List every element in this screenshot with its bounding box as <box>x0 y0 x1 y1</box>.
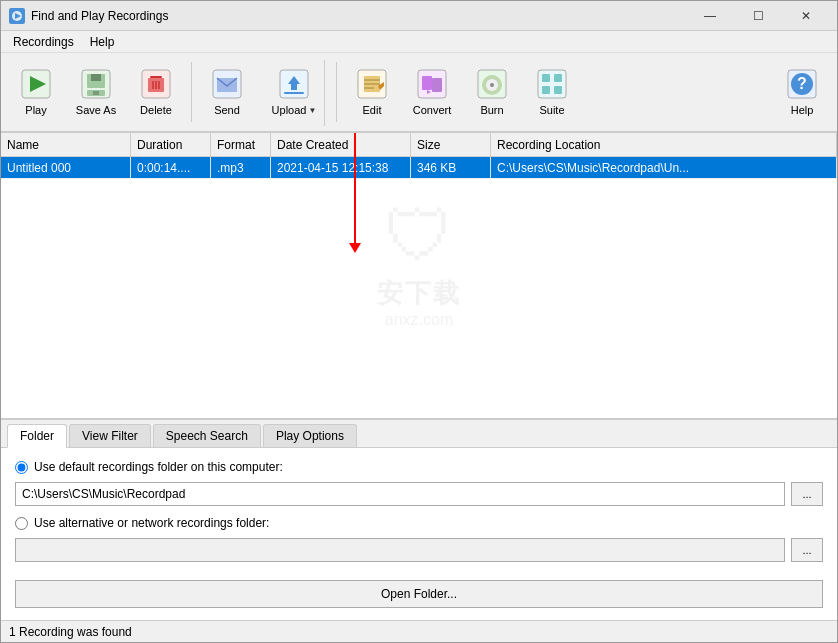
radio-default[interactable] <box>15 461 28 474</box>
menu-recordings[interactable]: Recordings <box>5 31 82 53</box>
alt-folder-row: ... <box>15 538 823 562</box>
default-path-input[interactable] <box>15 482 785 506</box>
app-icon <box>9 8 25 24</box>
svg-rect-37 <box>554 74 562 82</box>
tab-play-options[interactable]: Play Options <box>263 424 357 447</box>
toolbar: Play Save As <box>1 53 837 133</box>
close-button[interactable]: ✕ <box>783 1 829 31</box>
default-folder-row: ... <box>15 482 823 506</box>
convert-label: Convert <box>413 104 452 116</box>
burn-label: Burn <box>480 104 503 116</box>
help-label: Help <box>791 104 814 116</box>
suite-icon <box>536 68 568 100</box>
svg-rect-36 <box>542 74 550 82</box>
col-header-date[interactable]: Date Created <box>271 133 411 156</box>
svg-point-34 <box>490 83 494 87</box>
alt-path-input[interactable] <box>15 538 785 562</box>
upload-sep <box>324 60 325 126</box>
send-icon <box>211 68 243 100</box>
col-header-name[interactable]: Name <box>1 133 131 156</box>
status-text: 1 Recording was found <box>9 625 132 639</box>
open-folder-button[interactable]: Open Folder... <box>15 580 823 608</box>
save-as-button[interactable]: Save As <box>67 57 125 127</box>
cell-format: .mp3 <box>211 157 271 178</box>
edit-button[interactable]: Edit <box>343 57 401 127</box>
convert-icon <box>416 68 448 100</box>
radio-alt[interactable] <box>15 517 28 530</box>
upload-dropdown-arrow[interactable]: ▼ <box>308 106 316 115</box>
title-bar: Find and Play Recordings — ☐ ✕ <box>1 1 837 31</box>
radio-alt-label: Use alternative or network recordings fo… <box>34 516 269 530</box>
tab-folder[interactable]: Folder <box>7 424 67 448</box>
upload-button[interactable]: Upload ▼ <box>258 57 330 127</box>
main-window: Find and Play Recordings — ☐ ✕ Recording… <box>0 0 838 643</box>
suite-button[interactable]: Suite <box>523 57 581 127</box>
radio-row-alt: Use alternative or network recordings fo… <box>15 516 823 530</box>
help-button[interactable]: ? Help <box>773 57 831 127</box>
window-controls: — ☐ ✕ <box>687 1 829 31</box>
svg-rect-39 <box>554 86 562 94</box>
svg-rect-20 <box>284 92 304 94</box>
bottom-panel: Folder View Filter Speech Search Play Op… <box>1 419 837 620</box>
convert-button[interactable]: Convert <box>403 57 461 127</box>
menu-bar: Recordings Help <box>1 31 837 53</box>
table-body: Untitled 000 0:00:14.... .mp3 2021-04-15… <box>1 157 837 418</box>
radio-row-default: Use default recordings folder on this co… <box>15 460 823 474</box>
status-bar: 1 Recording was found <box>1 620 837 642</box>
tabs-bar: Folder View Filter Speech Search Play Op… <box>1 420 837 448</box>
svg-rect-38 <box>542 86 550 94</box>
col-header-format[interactable]: Format <box>211 133 271 156</box>
minimize-button[interactable]: — <box>687 1 733 31</box>
tab-content-folder: Use default recordings folder on this co… <box>1 448 837 620</box>
play-label: Play <box>25 104 46 116</box>
tab-view-filter[interactable]: View Filter <box>69 424 151 447</box>
cell-size: 346 KB <box>411 157 491 178</box>
burn-icon <box>476 68 508 100</box>
toolbar-sep-2 <box>336 62 337 122</box>
radio-default-label: Use default recordings folder on this co… <box>34 460 283 474</box>
svg-rect-35 <box>538 70 566 98</box>
svg-rect-28 <box>422 76 432 90</box>
table-header: Name Duration Format Date Created Size R… <box>1 133 837 157</box>
menu-help[interactable]: Help <box>82 31 123 53</box>
upload-label: Upload <box>272 104 307 116</box>
cell-name: Untitled 000 <box>1 157 131 178</box>
send-button[interactable]: Send <box>198 57 256 127</box>
delete-icon <box>140 68 172 100</box>
window-title: Find and Play Recordings <box>31 9 687 23</box>
browse-default-button[interactable]: ... <box>791 482 823 506</box>
edit-label: Edit <box>363 104 382 116</box>
cell-date: 2021-04-15 12:15:38 <box>271 157 411 178</box>
save-as-icon <box>80 68 112 100</box>
maximize-button[interactable]: ☐ <box>735 1 781 31</box>
save-as-label: Save As <box>76 104 116 116</box>
table-row[interactable]: Untitled 000 0:00:14.... .mp3 2021-04-15… <box>1 157 837 179</box>
svg-rect-6 <box>91 74 101 81</box>
delete-button[interactable]: Delete <box>127 57 185 127</box>
col-header-duration[interactable]: Duration <box>131 133 211 156</box>
cell-duration: 0:00:14.... <box>131 157 211 178</box>
burn-button[interactable]: Burn <box>463 57 521 127</box>
toolbar-sep-1 <box>191 62 192 122</box>
col-header-location[interactable]: Recording Location <box>491 133 837 156</box>
svg-text:?: ? <box>797 75 807 92</box>
svg-rect-8 <box>93 91 99 95</box>
delete-label: Delete <box>140 104 172 116</box>
suite-label: Suite <box>539 104 564 116</box>
svg-rect-12 <box>152 76 160 78</box>
play-button[interactable]: Play <box>7 57 65 127</box>
svg-rect-29 <box>432 78 442 92</box>
send-label: Send <box>214 104 240 116</box>
browse-alt-button[interactable]: ... <box>791 538 823 562</box>
help-icon: ? <box>786 68 818 100</box>
edit-icon <box>356 68 388 100</box>
upload-icon <box>278 68 310 100</box>
table-area: 🛡 安下载 anxz.com Name Duration Format Date… <box>1 133 837 419</box>
play-icon <box>20 68 52 100</box>
col-header-size[interactable]: Size <box>411 133 491 156</box>
cell-location: C:\Users\CS\Music\Recordpad\Un... <box>491 157 837 178</box>
tab-speech-search[interactable]: Speech Search <box>153 424 261 447</box>
